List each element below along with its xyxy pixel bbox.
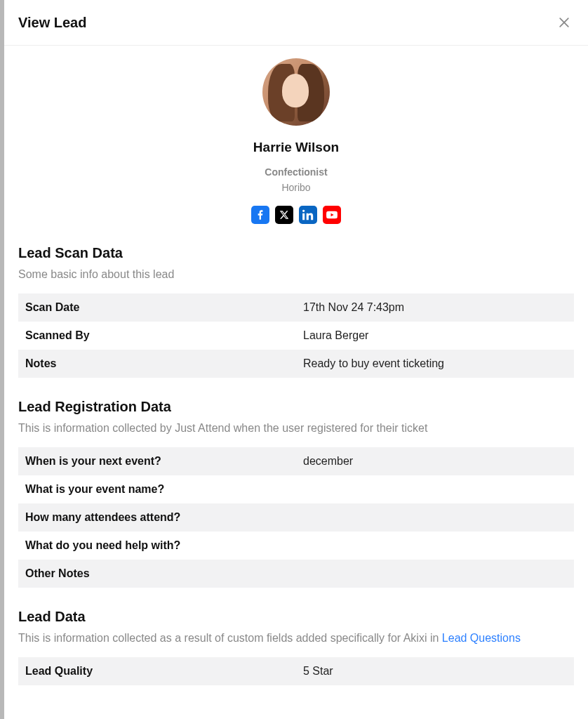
scan-section-heading: Lead Scan Data bbox=[18, 245, 574, 261]
row-label: Other Notes bbox=[18, 560, 296, 588]
leaddata-table: Lead Quality 5 Star bbox=[18, 657, 574, 685]
table-row: Other Notes bbox=[18, 560, 574, 588]
table-row: Lead Quality 5 Star bbox=[18, 657, 574, 685]
close-button[interactable] bbox=[554, 13, 574, 32]
modal-header: View Lead bbox=[4, 0, 588, 46]
facebook-icon bbox=[255, 209, 266, 220]
youtube-link[interactable] bbox=[323, 206, 341, 224]
row-value: 5 Star bbox=[296, 657, 574, 685]
scan-section-sub: Some basic info about this lead bbox=[18, 268, 574, 281]
table-row: What is your event name? bbox=[18, 475, 574, 503]
profile-name: Harrie Wilson bbox=[18, 140, 574, 155]
backdrop-sliver bbox=[0, 0, 4, 699]
lead-questions-link[interactable]: Lead Questions bbox=[442, 632, 521, 644]
registration-section-heading: Lead Registration Data bbox=[18, 399, 574, 415]
leaddata-section-sub: This is information collected as a resul… bbox=[18, 632, 574, 645]
table-row: Notes Ready to buy event ticketing bbox=[18, 350, 574, 378]
youtube-icon bbox=[326, 209, 338, 220]
row-value: 17th Nov 24 7:43pm bbox=[296, 293, 574, 322]
profile-section: Harrie Wilson Confectionist Horibo bbox=[18, 58, 574, 224]
facebook-link[interactable] bbox=[251, 206, 269, 224]
row-label: When is your next event? bbox=[18, 447, 296, 475]
linkedin-link[interactable] bbox=[299, 206, 317, 224]
social-links bbox=[18, 206, 574, 224]
table-row: What do you need help with? bbox=[18, 532, 574, 560]
table-row: Scan Date 17th Nov 24 7:43pm bbox=[18, 293, 574, 322]
row-label: Notes bbox=[18, 350, 296, 378]
table-row: How many attendees attend? bbox=[18, 503, 574, 532]
registration-section-sub: This is information collected by Just At… bbox=[18, 422, 574, 435]
row-value: december bbox=[296, 447, 574, 475]
x-link[interactable] bbox=[275, 206, 293, 224]
table-row: Scanned By Laura Berger bbox=[18, 322, 574, 350]
profile-company: Horibo bbox=[18, 182, 574, 193]
modal-body: Harrie Wilson Confectionist Horibo Lead … bbox=[4, 46, 588, 699]
registration-data-table: When is your next event? december What i… bbox=[18, 447, 574, 588]
row-label: What is your event name? bbox=[18, 475, 296, 503]
row-label: What do you need help with? bbox=[18, 532, 296, 560]
avatar bbox=[262, 58, 330, 126]
linkedin-icon bbox=[302, 209, 314, 220]
leaddata-sub-text: This is information collected as a resul… bbox=[18, 632, 442, 644]
row-value bbox=[296, 560, 574, 588]
x-icon bbox=[279, 210, 289, 220]
scan-data-table: Scan Date 17th Nov 24 7:43pm Scanned By … bbox=[18, 293, 574, 378]
close-icon bbox=[557, 15, 571, 29]
leaddata-section-heading: Lead Data bbox=[18, 609, 574, 625]
row-label: Lead Quality bbox=[18, 657, 296, 685]
row-value bbox=[296, 503, 574, 532]
row-label: Scan Date bbox=[18, 293, 296, 322]
row-label: How many attendees attend? bbox=[18, 503, 296, 532]
profile-role: Confectionist bbox=[18, 166, 574, 178]
table-row: When is your next event? december bbox=[18, 447, 574, 475]
row-label: Scanned By bbox=[18, 322, 296, 350]
row-value bbox=[296, 475, 574, 503]
row-value: Laura Berger bbox=[296, 322, 574, 350]
modal-title: View Lead bbox=[18, 15, 86, 31]
row-value: Ready to buy event ticketing bbox=[296, 350, 574, 378]
row-value bbox=[296, 532, 574, 560]
view-lead-modal: View Lead Harrie Wilson Confectionist Ho… bbox=[4, 0, 588, 699]
